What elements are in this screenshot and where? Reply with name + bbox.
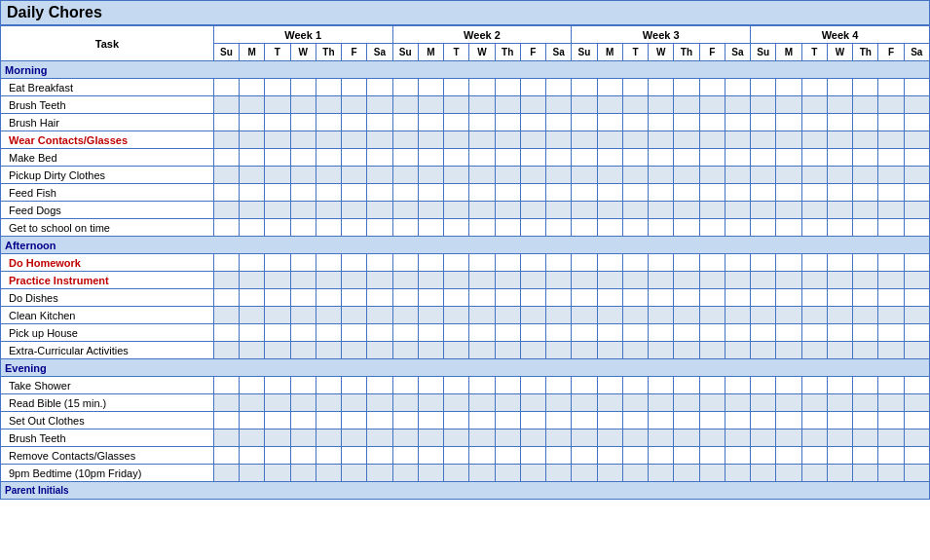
day-cell[interactable] — [776, 219, 801, 237]
day-cell[interactable] — [878, 289, 904, 307]
day-cell[interactable] — [290, 184, 316, 202]
day-cell[interactable] — [674, 342, 699, 359]
day-cell[interactable] — [367, 184, 392, 202]
day-cell[interactable] — [597, 342, 622, 359]
day-cell[interactable] — [240, 131, 265, 149]
day-cell[interactable] — [878, 184, 904, 202]
day-cell[interactable] — [827, 412, 852, 429]
day-cell[interactable] — [699, 447, 725, 465]
day-cell[interactable] — [342, 149, 367, 167]
day-cell[interactable] — [751, 324, 776, 342]
day-cell[interactable] — [699, 429, 725, 447]
day-cell[interactable] — [546, 149, 572, 167]
day-cell[interactable] — [213, 342, 239, 359]
day-cell[interactable] — [776, 149, 801, 167]
day-cell[interactable] — [495, 447, 520, 465]
day-cell[interactable] — [495, 254, 520, 272]
day-cell[interactable] — [367, 377, 392, 394]
day-cell[interactable] — [699, 272, 725, 289]
day-cell[interactable] — [622, 167, 648, 184]
day-cell[interactable] — [776, 96, 801, 114]
day-cell[interactable] — [265, 447, 290, 465]
day-cell[interactable] — [265, 167, 290, 184]
day-cell[interactable] — [725, 342, 750, 359]
day-cell[interactable] — [290, 412, 316, 429]
day-cell[interactable] — [392, 289, 418, 307]
day-cell[interactable] — [392, 342, 418, 359]
day-cell[interactable] — [367, 289, 392, 307]
day-cell[interactable] — [316, 114, 341, 131]
day-cell[interactable] — [290, 219, 316, 237]
day-cell[interactable] — [725, 184, 750, 202]
day-cell[interactable] — [649, 377, 674, 394]
day-cell[interactable] — [751, 79, 776, 96]
day-cell[interactable] — [904, 202, 929, 219]
day-cell[interactable] — [392, 412, 418, 429]
day-cell[interactable] — [751, 167, 776, 184]
day-cell[interactable] — [853, 307, 878, 324]
day-cell[interactable] — [546, 254, 572, 272]
day-cell[interactable] — [392, 149, 418, 167]
day-cell[interactable] — [290, 465, 316, 482]
day-cell[interactable] — [213, 79, 239, 96]
day-cell[interactable] — [904, 184, 929, 202]
day-cell[interactable] — [572, 202, 597, 219]
day-cell[interactable] — [495, 219, 520, 237]
day-cell[interactable] — [674, 149, 699, 167]
day-cell[interactable] — [674, 202, 699, 219]
day-cell[interactable] — [392, 184, 418, 202]
day-cell[interactable] — [316, 394, 341, 412]
day-cell[interactable] — [827, 465, 852, 482]
day-cell[interactable] — [444, 324, 469, 342]
day-cell[interactable] — [878, 202, 904, 219]
day-cell[interactable] — [572, 412, 597, 429]
day-cell[interactable] — [572, 289, 597, 307]
day-cell[interactable] — [776, 412, 801, 429]
day-cell[interactable] — [699, 131, 725, 149]
day-cell[interactable] — [469, 342, 495, 359]
day-cell[interactable] — [316, 167, 341, 184]
day-cell[interactable] — [367, 167, 392, 184]
day-cell[interactable] — [469, 447, 495, 465]
day-cell[interactable] — [265, 465, 290, 482]
day-cell[interactable] — [520, 307, 545, 324]
day-cell[interactable] — [572, 114, 597, 131]
day-cell[interactable] — [290, 202, 316, 219]
day-cell[interactable] — [265, 114, 290, 131]
day-cell[interactable] — [904, 324, 929, 342]
day-cell[interactable] — [495, 377, 520, 394]
day-cell[interactable] — [827, 342, 852, 359]
day-cell[interactable] — [240, 412, 265, 429]
day-cell[interactable] — [699, 114, 725, 131]
day-cell[interactable] — [495, 394, 520, 412]
day-cell[interactable] — [316, 289, 341, 307]
day-cell[interactable] — [572, 307, 597, 324]
day-cell[interactable] — [622, 412, 648, 429]
day-cell[interactable] — [520, 429, 545, 447]
day-cell[interactable] — [265, 289, 290, 307]
day-cell[interactable] — [853, 412, 878, 429]
day-cell[interactable] — [265, 202, 290, 219]
day-cell[interactable] — [392, 465, 418, 482]
day-cell[interactable] — [240, 324, 265, 342]
day-cell[interactable] — [495, 342, 520, 359]
day-cell[interactable] — [699, 202, 725, 219]
day-cell[interactable] — [674, 79, 699, 96]
day-cell[interactable] — [674, 377, 699, 394]
day-cell[interactable] — [367, 342, 392, 359]
day-cell[interactable] — [853, 184, 878, 202]
day-cell[interactable] — [316, 307, 341, 324]
day-cell[interactable] — [751, 114, 776, 131]
day-cell[interactable] — [367, 412, 392, 429]
day-cell[interactable] — [674, 289, 699, 307]
day-cell[interactable] — [367, 114, 392, 131]
day-cell[interactable] — [240, 114, 265, 131]
day-cell[interactable] — [622, 324, 648, 342]
day-cell[interactable] — [213, 149, 239, 167]
day-cell[interactable] — [520, 149, 545, 167]
day-cell[interactable] — [801, 131, 827, 149]
day-cell[interactable] — [469, 289, 495, 307]
day-cell[interactable] — [495, 289, 520, 307]
day-cell[interactable] — [290, 272, 316, 289]
day-cell[interactable] — [649, 394, 674, 412]
